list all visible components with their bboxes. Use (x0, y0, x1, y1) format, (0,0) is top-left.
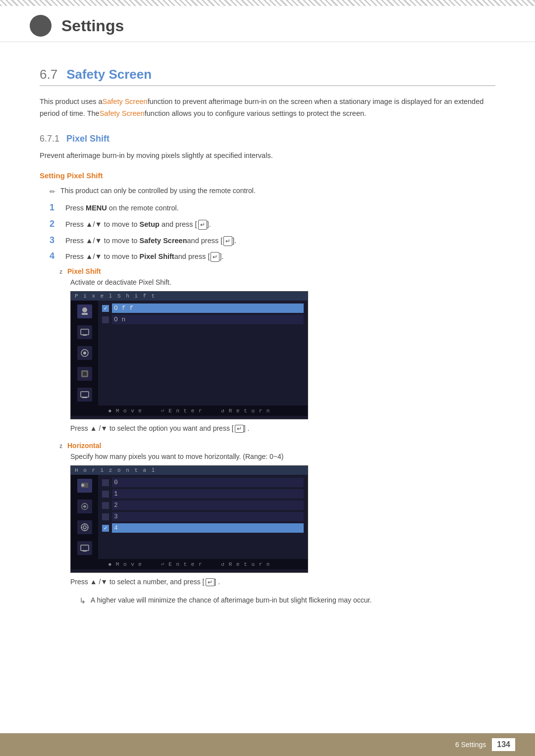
horizontal-desc: Specify how many pixels you want to move… (59, 453, 495, 460)
h-sidebar-icon-2 (77, 500, 92, 513)
section-heading: 6.7 Safety Screen (40, 67, 495, 86)
menu-item-on-text: O n (112, 315, 304, 324)
h-sidebar-icon-1 (77, 479, 92, 493)
horizontal-items-area: 0 1 2 3 ✓ 4 (98, 475, 308, 559)
svg-rect-1 (82, 313, 88, 315)
h-menu-item-1-text: 1 (112, 489, 304, 499)
step-4: 4 Press ▲/▼ to move to Pixel Shiftand pr… (50, 251, 495, 262)
h-menu-item-2-text: 2 (112, 501, 304, 510)
svg-rect-20 (83, 551, 87, 552)
intro-text-before: This product uses a (40, 98, 103, 105)
subsection-title: Pixel Shift (66, 134, 109, 144)
steps-list: 1 Press MENU on the remote control. 2 Pr… (40, 202, 495, 262)
intro-link-2: Safety Screen (100, 109, 145, 117)
check-off: ✓ (102, 305, 109, 312)
svg-rect-7 (83, 372, 87, 376)
horizontal-z: z (59, 443, 62, 450)
pixel-shift-label: z Pixel Shift (59, 267, 495, 275)
enter-icon-4: ↵ (211, 252, 219, 262)
intro-paragraph: This product uses aSafety Screenfunction… (40, 96, 495, 120)
pixel-shift-items-area: ✓ O f f O n (98, 301, 308, 405)
pixel-shift-menu-title: P i x e l S h i f t (71, 292, 308, 301)
horizontal-menu-title: H o r i z o n t a l (71, 466, 308, 475)
higher-note: A higher value will minimize the chance … (59, 595, 495, 606)
header-circle-icon (30, 15, 52, 37)
note-icon-higher (79, 596, 86, 605)
step-1-text: Press MENU on the remote control. (65, 203, 179, 214)
sidebar-icon-5 (77, 388, 92, 402)
step-1-bold: MENU (86, 204, 107, 212)
menu-item-on: O n (102, 315, 304, 324)
h-check-3 (102, 513, 109, 520)
step-4-number: 4 (50, 251, 58, 261)
svg-rect-9 (82, 397, 87, 398)
higher-note-text: A higher value will minimize the chance … (91, 595, 372, 606)
step-3: 3 Press ▲/▼ to move to Safety Screenand … (50, 235, 495, 247)
step-2-text: Press ▲/▼ to move to Setup and press [↵]… (65, 219, 211, 230)
horizontal-name: Horizontal (67, 442, 101, 450)
pixel-shift-menu-footer: ◆ M o v e ⏎ E n t e r ↺ R e t u r n (71, 405, 308, 416)
footer-page-number: 134 (492, 738, 515, 751)
horizontal-menu-content: 0 1 2 3 ✓ 4 (71, 475, 308, 559)
h-menu-item-2: 2 (102, 501, 304, 510)
h-menu-item-4-text: 4 (112, 523, 304, 533)
section-title: Safety Screen (66, 67, 152, 82)
horizontal-sub-item: z Horizontal Specify how many pixels you… (40, 442, 495, 606)
step-1-number: 1 (50, 202, 58, 213)
svg-point-14 (83, 526, 86, 529)
step-4-bold: Pixel Shift (140, 252, 174, 260)
sidebar-icon-3 (77, 346, 92, 360)
intro-link-1: Safety Screen (103, 98, 148, 105)
svg-point-0 (82, 307, 87, 312)
pixel-shift-sub-item: z Pixel Shift Activate or deactivate Pix… (40, 267, 495, 433)
footer-section-text: 6 Settings (455, 741, 486, 749)
h-check-1 (102, 491, 109, 498)
enter-icon-3: ↵ (223, 236, 232, 246)
note-item: This product can only be controlled by u… (40, 187, 495, 196)
enter-icon-h: ↵ (206, 578, 214, 586)
h-menu-item-0: 0 (102, 478, 304, 487)
enter-icon-2: ↵ (198, 220, 207, 230)
step-3-text: Press ▲/▼ to move to Safety Screenand pr… (65, 236, 236, 247)
footer: 6 Settings 134 (0, 733, 535, 756)
step-2-number: 2 (50, 219, 58, 229)
h-sidebar-icon-4 (77, 541, 92, 555)
subsection-number: 6.7.1 (40, 134, 59, 144)
subsection-desc: Prevent afterimage burn-in by moving pix… (40, 150, 495, 161)
h-menu-item-0-text: 0 (112, 478, 304, 487)
step-1: 1 Press MENU on the remote control. (50, 202, 495, 214)
pixel-shift-name: Pixel Shift (67, 267, 101, 275)
note-text: This product can only be controlled by u… (60, 187, 256, 195)
page-title: Settings (61, 17, 124, 35)
svg-rect-19 (81, 545, 89, 551)
enter-icon-ps: ↵ (235, 425, 244, 433)
horizontal-label: z Horizontal (59, 442, 495, 450)
main-content: 6.7 Safety Screen This product uses aSaf… (0, 42, 535, 650)
pixel-shift-menu-sidebar (71, 301, 98, 405)
subsection-heading: 6.7.1 Pixel Shift (40, 134, 495, 144)
horizontal-menu-footer: ◆ M o v e ⏎ E n t e r ↺ R e t u r n (71, 559, 308, 569)
sidebar-icon-4 (77, 367, 92, 381)
step-4-text: Press ▲/▼ to move to Pixel Shiftand pres… (65, 252, 224, 262)
h-sidebar-icon-3 (77, 520, 92, 534)
svg-rect-3 (83, 335, 87, 336)
header: Settings (0, 6, 535, 42)
sidebar-icon-2 (77, 325, 92, 339)
h-menu-item-1: 1 (102, 489, 304, 499)
pencil-icon (50, 188, 55, 196)
svg-point-13 (81, 524, 88, 531)
h-menu-item-4: ✓ 4 (102, 523, 304, 533)
pixel-shift-menu-content: ✓ O f f O n (71, 301, 308, 405)
step-3-bold: Safety Screen (140, 237, 187, 245)
step-3-number: 3 (50, 235, 58, 246)
svg-point-5 (83, 352, 86, 354)
pixel-shift-menu: P i x e l S h i f t (70, 291, 308, 419)
h-menu-item-3-text: 3 (112, 512, 304, 521)
pixel-shift-desc: Activate or deactivate Pixel Shift. (59, 278, 495, 286)
sidebar-icon-1 (77, 304, 92, 318)
section-number: 6.7 (40, 67, 57, 82)
horizontal-menu: H o r i z o n t a l (70, 465, 308, 573)
intro-text-end: function allows you to configure various… (145, 109, 366, 117)
press-text-horizontal: Press ▲ /▼ to select a number, and press… (70, 578, 495, 586)
svg-point-11 (81, 484, 84, 487)
